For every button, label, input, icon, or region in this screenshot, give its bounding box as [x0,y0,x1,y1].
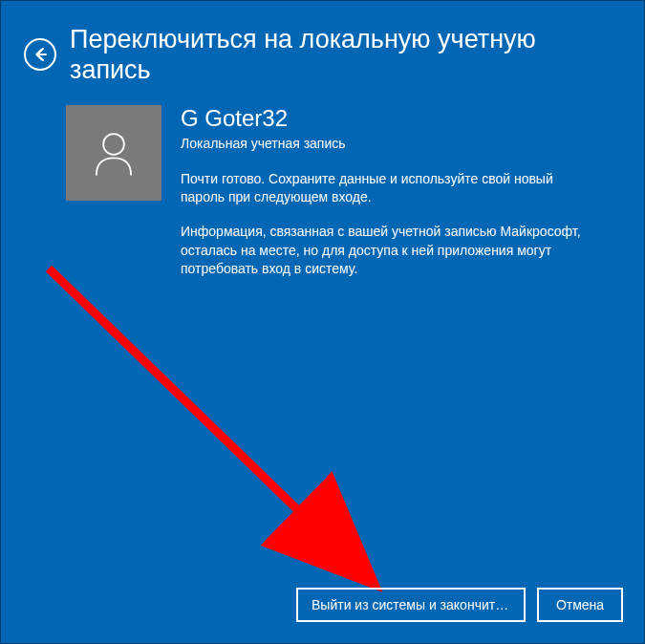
signout-finish-button[interactable]: Выйти из системы и закончить р... [296,588,526,622]
svg-point-1 [103,134,124,155]
annotation-arrow [39,259,402,603]
cancel-button[interactable]: Отмена [537,588,623,622]
back-button[interactable] [24,38,56,71]
person-icon [86,125,141,181]
info-paragraph-1: Почти готово. Сохраните данные и использ… [181,170,592,207]
account-type-label: Локальная учетная запись [181,136,592,151]
info-paragraph-2: Информация, связанная с вашей учетной за… [181,223,592,279]
page-title: Переключиться на локальную учетную запис… [70,24,621,86]
svg-line-3 [49,268,364,574]
avatar [66,105,161,201]
arrow-left-icon [32,46,49,63]
user-name: G Goter32 [181,105,592,132]
